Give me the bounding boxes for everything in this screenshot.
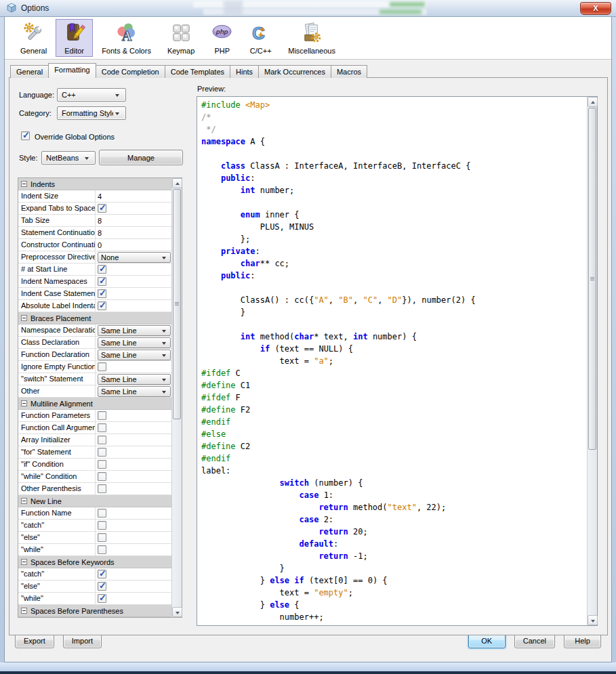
setting-checkbox[interactable] xyxy=(98,460,106,469)
options-toolbar: GeneralEditorAFonts & ColorsKeymapphpPHP… xyxy=(5,17,611,60)
setting-checkbox[interactable] xyxy=(98,265,106,274)
glass-reflection xyxy=(224,1,243,16)
language-select[interactable]: C++ xyxy=(57,88,126,102)
setting-dropdown[interactable]: Same Line xyxy=(98,337,171,348)
setting-value-cell: Same Line xyxy=(96,324,172,336)
tab-hints[interactable]: Hints xyxy=(230,65,259,78)
tab-mark-occurrences[interactable]: Mark Occurrences xyxy=(258,65,331,78)
svg-text:+: + xyxy=(259,30,264,39)
setting-dropdown[interactable]: None xyxy=(98,252,171,263)
chevron-down-icon xyxy=(162,354,166,357)
setting-checkbox[interactable] xyxy=(98,545,106,554)
code-line: PLUS, MINUS xyxy=(201,221,587,233)
setting-label: "while" xyxy=(18,593,96,604)
setting-checkbox[interactable] xyxy=(98,423,106,432)
setting-value-cell xyxy=(96,568,172,580)
close-button[interactable]: X xyxy=(580,2,611,15)
scrollbar-thumb[interactable] xyxy=(173,189,181,419)
setting-label: Namespace Declaration xyxy=(18,324,96,336)
setting-value[interactable]: 8 xyxy=(98,229,102,237)
tab-macros[interactable]: Macros xyxy=(331,65,367,78)
toolbar-item-editor[interactable]: Editor xyxy=(56,19,93,57)
setting-value-cell: 8 xyxy=(96,227,172,238)
tab-formatting[interactable]: Formatting xyxy=(48,63,96,78)
setting-value[interactable]: 0 xyxy=(98,241,102,249)
style-label: Style: xyxy=(19,154,38,162)
setting-label: Tab Size xyxy=(18,215,96,226)
toolbar-item-c-c-[interactable]: C++C/C++ xyxy=(242,19,279,57)
setting-checkbox[interactable] xyxy=(98,448,106,457)
code-line: #define F2 xyxy=(201,404,587,416)
setting-value[interactable]: 8 xyxy=(98,217,102,225)
toolbar-item-general[interactable]: General xyxy=(13,19,54,57)
scroll-down-button[interactable] xyxy=(172,607,182,617)
setting-checkbox[interactable] xyxy=(98,484,106,493)
settings-row: "while" xyxy=(18,544,172,556)
setting-checkbox[interactable] xyxy=(98,570,106,578)
dropdown-value: Same Line xyxy=(101,375,137,383)
setting-checkbox[interactable] xyxy=(98,362,106,371)
setting-value[interactable]: 4 xyxy=(98,192,102,201)
setting-label: Indent Namespaces xyxy=(18,276,96,287)
toolbar-item-keymap[interactable]: Keymap xyxy=(160,19,202,57)
scroll-up-button[interactable] xyxy=(588,97,598,107)
chevron-down-icon xyxy=(162,342,166,345)
setting-checkbox[interactable] xyxy=(98,533,106,542)
setting-value-cell xyxy=(96,544,172,555)
settings-row: "else" xyxy=(18,532,172,544)
scrollbar-thumb[interactable] xyxy=(588,108,596,450)
toolbar-item-php[interactable]: phpPHP xyxy=(203,19,241,57)
collapse-icon[interactable] xyxy=(21,181,27,187)
tab-code-completion[interactable]: Code Completion xyxy=(96,65,165,78)
code-preview[interactable]: #include <Map>/* */namespace A { class C… xyxy=(197,97,587,625)
setting-checkbox[interactable] xyxy=(98,521,106,530)
setting-checkbox[interactable] xyxy=(98,411,106,420)
php-icon: php xyxy=(211,22,233,45)
setting-checkbox[interactable] xyxy=(98,301,106,310)
setting-dropdown[interactable]: Same Line xyxy=(98,350,171,360)
code-line: enum inner { xyxy=(201,209,587,221)
c-cpp-icon: C++ xyxy=(249,22,272,45)
collapse-icon[interactable] xyxy=(21,559,27,565)
settings-row: "for" Statement xyxy=(18,446,172,459)
scroll-down-button[interactable] xyxy=(588,615,598,625)
setting-checkbox[interactable] xyxy=(98,594,106,603)
setting-checkbox[interactable] xyxy=(98,436,106,444)
tab-general[interactable]: General xyxy=(10,65,49,78)
category-select[interactable]: Formatting Style xyxy=(57,106,126,120)
collapse-icon[interactable] xyxy=(21,498,27,504)
style-select[interactable]: NetBeans xyxy=(41,151,96,165)
title-bar[interactable]: Options X xyxy=(0,0,616,17)
setting-label: Expand Tabs to Spaces xyxy=(18,203,96,214)
settings-row: "while" xyxy=(18,593,172,605)
collapse-icon[interactable] xyxy=(21,608,27,614)
toolbar-item-miscellaneous[interactable]: Miscellaneous xyxy=(281,19,343,57)
setting-checkbox[interactable] xyxy=(98,472,106,481)
setting-checkbox[interactable] xyxy=(98,277,106,286)
setting-dropdown[interactable]: Same Line xyxy=(98,386,171,397)
settings-section: Indents xyxy=(18,178,172,190)
setting-checkbox[interactable] xyxy=(98,289,106,298)
tab-code-templates[interactable]: Code Templates xyxy=(165,65,230,78)
setting-checkbox[interactable] xyxy=(98,509,106,518)
collapse-icon[interactable] xyxy=(21,315,27,321)
manage-button[interactable]: Manage xyxy=(99,150,183,165)
code-line: */ xyxy=(201,123,587,135)
toolbar-item-fonts-colors[interactable]: AFonts & Colors xyxy=(94,19,159,57)
setting-dropdown[interactable]: Same Line xyxy=(98,374,171,385)
setting-dropdown[interactable]: Same Line xyxy=(98,325,171,336)
override-global-options-checkbox[interactable] xyxy=(21,131,30,140)
setting-label: "catch" xyxy=(18,520,96,531)
setting-checkbox[interactable] xyxy=(98,204,106,213)
toolbar-item-label: Fonts & Colors xyxy=(102,47,151,55)
setting-checkbox[interactable] xyxy=(98,582,106,591)
setting-value-cell xyxy=(96,471,172,482)
collapse-icon[interactable] xyxy=(21,400,27,406)
fonts-colors-icon: A xyxy=(115,22,138,45)
settings-scrollbar xyxy=(171,178,182,617)
code-line: case 1: xyxy=(201,489,587,501)
scroll-up-button[interactable] xyxy=(172,178,182,188)
dropdown-value: Same Line xyxy=(101,339,137,347)
settings-section: Multiline Alignment xyxy=(18,398,172,410)
settings-row: Function Call Arguments xyxy=(18,422,172,434)
